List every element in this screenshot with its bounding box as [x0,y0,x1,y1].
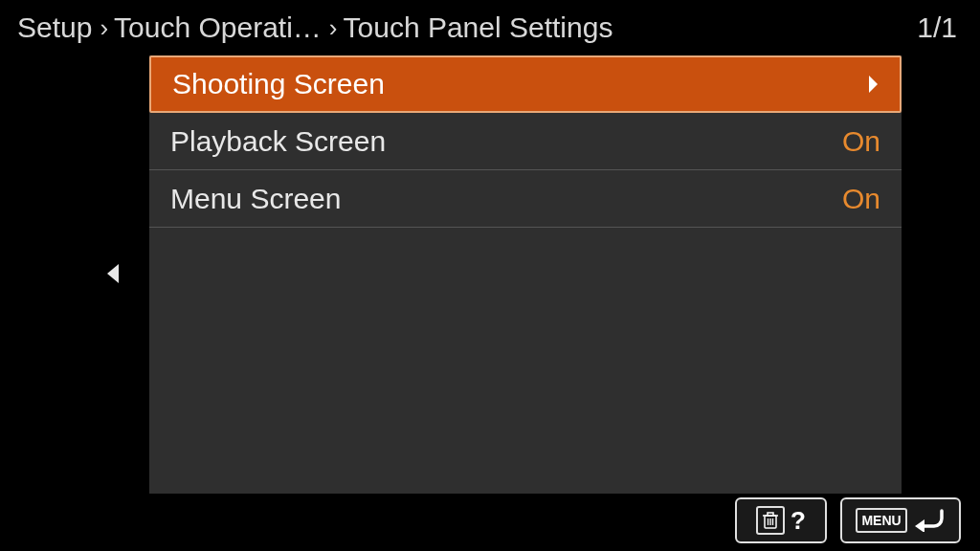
menu-item-label: Shooting Screen [172,68,867,100]
chevron-right-icon: › [100,13,108,43]
menu-back-button[interactable]: MENU [840,497,961,543]
breadcrumb-level2[interactable]: Touch Operati… [114,11,322,44]
breadcrumb: Setup › Touch Operati… › Touch Panel Set… [0,0,980,57]
svg-marker-8 [915,519,924,532]
help-button[interactable]: ? [735,497,827,543]
menu-item-value: On [842,125,880,158]
menu-label: MENU [856,508,906,533]
chevron-right-icon: › [329,13,338,43]
menu-item-label: Menu Screen [170,183,842,215]
back-arrow-button[interactable] [94,254,132,293]
menu-list: Shooting Screen Playback Screen On Menu … [149,55,902,494]
bottom-bar: ? MENU [735,497,961,543]
svg-marker-1 [869,76,878,93]
svg-marker-0 [107,264,119,283]
menu-item-playback-screen[interactable]: Playback Screen On [149,113,902,170]
chevron-right-icon [867,75,879,94]
menu-item-value: On [842,183,880,215]
return-icon [913,505,946,536]
page-indicator: 1/1 [917,11,963,44]
svg-rect-4 [768,513,773,516]
menu-item-label: Playback Screen [170,125,842,158]
menu-item-shooting-screen[interactable]: Shooting Screen [149,55,902,113]
question-mark-icon: ? [791,506,806,536]
breadcrumb-level1[interactable]: Setup [17,11,92,44]
trash-icon [756,506,785,535]
triangle-left-icon [105,262,121,285]
menu-item-menu-screen[interactable]: Menu Screen On [149,170,902,228]
breadcrumb-level3: Touch Panel Settings [344,11,613,44]
